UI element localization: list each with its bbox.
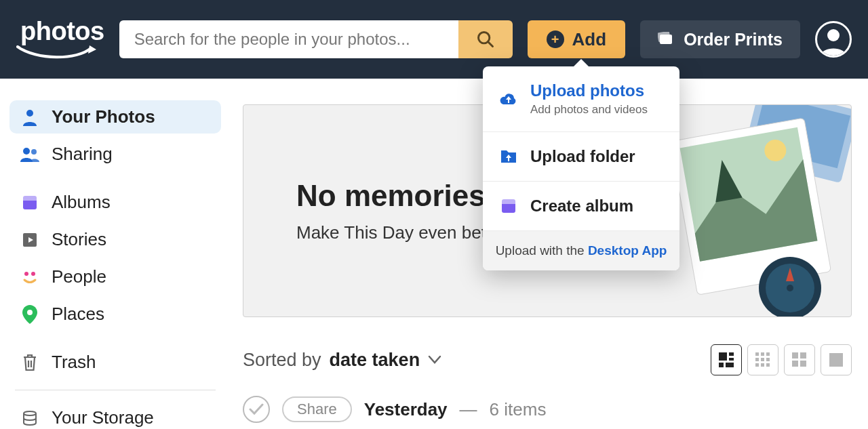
order-prints-button[interactable]: Order Prints [640,20,800,58]
svg-rect-25 [719,352,727,361]
add-button-label: Add [572,29,607,50]
sidebar-item-label: Your Photos [52,106,155,127]
svg-rect-37 [761,363,764,367]
svg-rect-43 [829,353,843,367]
dropdown-item-title: Upload photos [530,81,648,100]
share-button[interactable]: Share [282,396,352,422]
app-header: photos + Add Order Prints [0,0,868,79]
grid-size-large[interactable] [821,344,852,375]
dropdown-upload-folder[interactable]: Upload folder [483,132,679,182]
search-button[interactable] [458,20,513,58]
svg-rect-28 [719,363,724,367]
sidebar-item-label: Albums [52,192,111,213]
logo-swoosh-icon [16,45,98,60]
svg-point-11 [24,272,28,276]
person-icon [20,108,39,126]
svg-point-22 [759,257,821,317]
svg-rect-30 [755,352,759,356]
svg-point-16 [24,411,36,415]
svg-rect-34 [761,358,764,361]
svg-rect-9 [23,196,37,201]
search-input[interactable] [119,20,458,58]
svg-rect-29 [726,363,734,367]
grid-size-toggles [711,344,852,375]
folder-upload-icon [499,149,518,164]
face-icon [20,268,39,286]
search-bar [119,20,513,58]
svg-rect-38 [766,363,770,367]
svg-line-1 [488,42,492,47]
svg-rect-26 [729,352,734,356]
svg-rect-41 [792,361,798,367]
sidebar-item-label: People [52,266,106,287]
sidebar: Your Photos Sharing Albums Stories [0,79,231,429]
sidebar-item-label: Your Storage [52,407,154,428]
sidebar-divider [15,390,216,390]
sidebar-item-sharing[interactable]: Sharing [9,138,221,171]
sidebar-item-trash[interactable]: Trash [9,346,221,379]
search-icon [476,30,495,49]
cloud-upload-icon [499,91,518,106]
svg-point-23 [766,264,814,312]
create-album-icon [499,198,518,214]
svg-rect-32 [766,352,770,356]
sorting-row: Sorted by date taken [243,344,852,375]
grid-size-medium[interactable] [784,344,815,375]
sort-control[interactable]: Sorted by date taken [243,350,441,371]
sidebar-item-places[interactable]: Places [9,298,221,331]
group-icon [20,147,39,162]
dropdown-footer-prefix: Upload with the [496,243,588,258]
desktop-app-link[interactable]: Desktop App [588,243,667,258]
svg-point-13 [27,310,33,315]
svg-rect-36 [755,363,759,367]
dropdown-upload-photos[interactable]: Upload photos Add photos and videos [483,66,679,132]
svg-point-4 [827,29,840,41]
trash-icon [20,354,39,371]
share-button-label: Share [297,401,337,417]
svg-rect-40 [800,352,806,359]
svg-rect-18 [752,104,850,168]
sidebar-item-label: Sharing [52,144,113,165]
grid-size-mixed[interactable] [711,344,742,375]
svg-rect-31 [761,352,764,356]
svg-rect-27 [729,358,734,361]
logo[interactable]: photos [16,18,104,60]
sidebar-item-stories[interactable]: Stories [9,223,221,256]
group-separator: — [460,399,477,420]
group-count: 6 items [490,399,547,420]
svg-rect-45 [502,199,515,204]
plus-circle-icon: + [547,30,564,48]
pin-icon [20,305,39,324]
svg-rect-33 [755,358,759,361]
photo-group-header: Share Yesterday — 6 items [243,396,852,423]
dropdown-item-title: Create album [530,197,633,216]
order-prints-label: Order Prints [684,30,783,49]
sidebar-item-label: Trash [52,352,96,373]
dropdown-footer: Upload with the Desktop App [483,231,679,270]
svg-point-21 [763,138,788,163]
svg-rect-42 [800,361,806,367]
sidebar-item-label: Places [52,304,104,325]
group-title: Yesterday [364,399,448,420]
avatar[interactable] [815,21,852,58]
album-icon [20,195,39,211]
add-button[interactable]: + Add [528,20,626,58]
svg-point-6 [23,148,30,155]
sidebar-item-people[interactable]: People [9,260,221,293]
svg-rect-39 [792,352,798,359]
grid-size-small[interactable] [747,344,778,375]
prints-icon [658,32,674,47]
dropdown-item-title: Upload folder [530,147,635,166]
select-group-checkbox[interactable] [243,396,270,423]
avatar-icon [820,26,847,56]
dropdown-create-album[interactable]: Create album [483,182,679,231]
chevron-down-icon [428,355,441,365]
logo-text: photos [20,18,104,44]
sidebar-item-label: Stories [52,229,106,250]
storage-icon [20,410,39,426]
sidebar-item-storage[interactable]: Your Storage [9,401,221,429]
sidebar-item-your-photos[interactable]: Your Photos [9,100,221,134]
svg-point-7 [31,149,37,155]
sidebar-item-albums[interactable]: Albums [9,186,221,219]
play-icon [20,232,39,248]
